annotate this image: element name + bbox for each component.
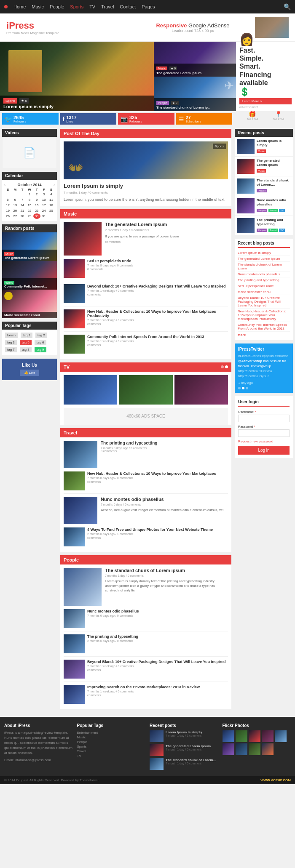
password-input[interactable]	[238, 429, 290, 437]
tag-5[interactable]: tag 5	[20, 340, 32, 345]
tag-7[interactable]: tag 7	[5, 347, 17, 352]
random-post-2[interactable]: World Community Poll: Internet...	[2, 261, 57, 290]
username-label: Username *	[238, 410, 290, 414]
password-label: Password *	[238, 425, 290, 429]
calendar-header: Calendar	[2, 172, 57, 180]
like-button[interactable]: 👍 Like	[20, 370, 40, 376]
blog-link-9[interactable]: New Hub, Header & Collections: 10 Ways t…	[238, 309, 290, 322]
tw-dot-2	[242, 387, 244, 389]
forgot-password-link[interactable]: Request new password	[238, 439, 290, 443]
music-featured-excerpt: If you are going to use a passage of Lor…	[105, 234, 179, 239]
flickr-img-1	[223, 730, 234, 742]
blog-link-7[interactable]: Marta scenester ennui	[238, 289, 290, 295]
login-header: User login	[238, 399, 290, 407]
logo-press: Press	[9, 20, 34, 31]
blog-link-8[interactable]: Beyond Bland: 10+ Creative Packaging Des…	[238, 295, 290, 309]
people-section: People The standard chunk of Lorem ipsum…	[60, 555, 231, 709]
random-post-3[interactable]: Marta scenester ennui	[2, 290, 57, 318]
nav-home[interactable]: Home	[13, 4, 26, 9]
nav-tv[interactable]: TV	[89, 4, 95, 9]
ad-person-icon: 👩	[239, 32, 292, 46]
hero-badge-sports: Sports	[3, 98, 17, 104]
music-thumb-1	[64, 259, 85, 278]
blog-link-2[interactable]: The generated Lorem ipsum	[238, 256, 290, 262]
recent-post-1[interactable]: Lorem Ipsum is simply Music	[235, 137, 293, 157]
twitter-username: @JonVarndrop	[238, 359, 262, 363]
blog-link-4[interactable]: Nunc montes odio phasellus	[238, 272, 290, 277]
blog-link-6[interactable]: Sed ut perspiciatis unde	[238, 283, 290, 289]
travel-thumb-2	[64, 527, 85, 546]
nav-pages[interactable]: Pages	[142, 4, 155, 9]
pod-excerpt: Lorem ipsum, you need to be sure there i…	[64, 197, 228, 202]
people-thumb-4	[64, 685, 85, 704]
twitter-link-1[interactable]: http://t.co/b82CHnGPa	[238, 369, 272, 373]
travel-item-1: New Hub, Header & Collections: 10 Ways t…	[64, 471, 228, 494]
random-post-1[interactable]: Music The generated Lorem ipsum	[2, 232, 57, 261]
music-header: Music	[60, 209, 231, 218]
footer-tag-people[interactable]: People	[77, 740, 146, 744]
search-icon[interactable]: 🔍	[284, 3, 291, 10]
login-button[interactable]: Log in	[238, 446, 290, 455]
tag-8[interactable]: tag 8	[20, 347, 32, 352]
twitter-link-2[interactable]: http://t.co/0a2lOy8un	[238, 374, 269, 378]
tag-9[interactable]: tag 9	[35, 347, 46, 352]
people-item-2: The printing and typesetting 2 months 6 …	[64, 634, 228, 657]
music-comments-link[interactable]: comments	[105, 240, 179, 244]
hero-right-top-title: The generated Lorem Ipsum	[156, 71, 233, 75]
cal-next[interactable]: ›	[54, 183, 55, 187]
facebook-count: 1317	[66, 115, 76, 120]
hero-right-top: Music ★ 0 The generated Lorem Ipsum	[154, 42, 236, 77]
cal-prev[interactable]: ‹	[4, 183, 5, 187]
recent-post-5[interactable]: The printing and typesetting People Trav…	[235, 216, 293, 235]
tag-3[interactable]: tag 3	[5, 340, 17, 345]
recent-post-2[interactable]: The generated Lorem ipsum Music	[235, 157, 293, 176]
footer-tag-travel[interactable]: Travel	[77, 749, 146, 754]
music-featured-meta: 7 months 1 day / 0 comments	[105, 228, 179, 232]
footer-tag-music[interactable]: Music	[77, 735, 146, 740]
tagline: Premium News Magazine Template	[6, 31, 131, 35]
music-thumb-4	[64, 335, 85, 354]
twitter-tag-3: #structor	[275, 354, 288, 358]
hero-right-bottom: ✈ People ★ 0 The standard chunk of Lorem…	[154, 77, 236, 112]
footer-tag-entertainment[interactable]: Entertainment	[77, 730, 146, 735]
footer-post-1: Lorem Ipsum is simply 7 month 1 day / 1 …	[150, 730, 218, 742]
blog-link-1[interactable]: Lorem ipsum is simply	[238, 250, 290, 256]
user-login-widget: User login Username * Password * Request…	[235, 396, 293, 458]
nav-travel[interactable]: Travel	[101, 4, 114, 9]
facebook-social[interactable]: f 1317 Likes	[60, 113, 117, 125]
footer-tag-sports[interactable]: Sports	[77, 744, 146, 749]
nav-music[interactable]: Music	[32, 4, 44, 9]
recent-thumb-1	[237, 139, 255, 154]
twitter-social[interactable]: 🐦 2645 Followers	[2, 113, 59, 125]
username-input[interactable]	[238, 415, 290, 422]
rss-social[interactable]: ☰ 27 Subscribers	[176, 113, 233, 125]
blog-more-link[interactable]: More	[238, 332, 290, 338]
nav-sports[interactable]: Sports	[70, 4, 83, 9]
travel-featured-title: The printing and typesetting	[101, 441, 157, 445]
recent-post-4[interactable]: Nunc montes odio phasellus People Travel…	[235, 196, 293, 216]
footer-post-3: The standard chunk of Lorem... 7 month 1…	[150, 758, 218, 770]
footer-tag-tv[interactable]: TV	[77, 754, 146, 758]
instagram-count: 325	[129, 115, 142, 120]
hero-section: Sports ★ 0 Lorem ipsum is simply Music ★…	[0, 42, 295, 111]
tag-1[interactable]: tag 1	[21, 333, 32, 338]
people-thumb-3	[64, 660, 85, 679]
vcphp-text: WWW.VCPHP.COM	[260, 778, 291, 782]
tag-2[interactable]: tag 2	[35, 333, 47, 338]
travel-thumb-1	[64, 471, 85, 490]
blog-link-3[interactable]: The standard chunk of Lorem ipsum	[238, 262, 290, 272]
tag-lorem[interactable]: lorem	[5, 333, 18, 338]
nav-people[interactable]: People	[50, 4, 64, 9]
blog-link-5[interactable]: The printing and typesetting	[238, 277, 290, 283]
instagram-social[interactable]: 📷 325 Followers	[118, 113, 174, 125]
recent-post-3[interactable]: The standard chunk of Lorem.... People	[235, 176, 293, 196]
nav-contact[interactable]: Contact	[120, 4, 136, 9]
footer-email: Email: information@ipress.com	[4, 758, 73, 762]
people-item-4: Improving Search on the Envato Marketpla…	[64, 685, 228, 706]
tag-6[interactable]: tag 6	[35, 340, 46, 345]
like-us-widget: Like Us 👍 Like	[2, 359, 57, 380]
learn-more-button[interactable]: Learn More >	[239, 98, 292, 104]
header-ad: Responsive Google AdSense Leaderboard 72…	[131, 22, 255, 33]
rss-label: Subscribers	[186, 120, 201, 123]
blog-link-10[interactable]: Community Poll: Internet Speeds From Aro…	[238, 322, 290, 332]
